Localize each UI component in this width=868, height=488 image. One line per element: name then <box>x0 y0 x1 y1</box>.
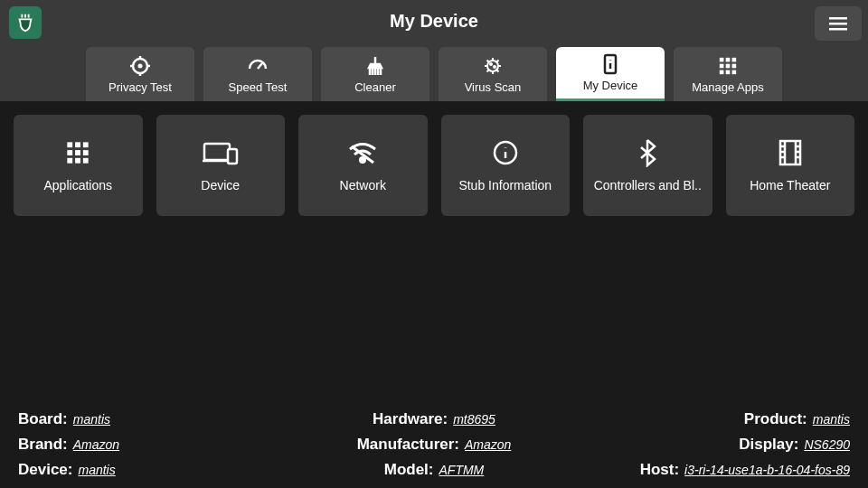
broom-icon <box>364 55 386 77</box>
hamburger-icon <box>829 15 847 32</box>
crosshair-icon <box>129 55 151 77</box>
tab-label: Cleaner <box>354 80 396 94</box>
info-device: Device:mantis <box>18 461 116 479</box>
grid-icon <box>65 138 90 167</box>
tab-privacy-test[interactable]: Privacy Test <box>86 47 194 101</box>
info-key: Board: <box>18 410 68 428</box>
page-title: My Device <box>390 11 478 32</box>
info-value: mantis <box>78 463 115 477</box>
svg-rect-21 <box>732 70 737 74</box>
info-key: Device: <box>18 461 72 479</box>
svg-point-7 <box>487 61 498 71</box>
info-value: i3-ri-14-use1a-b-16-04-fos-89 <box>684 463 850 477</box>
card-label: Controllers and Bl.. <box>594 178 702 192</box>
svg-rect-2 <box>829 28 847 31</box>
svg-rect-26 <box>75 150 80 155</box>
svg-point-8 <box>490 63 492 65</box>
app-logo <box>9 6 42 39</box>
svg-rect-33 <box>228 149 237 164</box>
info-value: Amazon <box>73 437 119 452</box>
svg-rect-27 <box>83 150 89 155</box>
svg-rect-17 <box>726 63 731 68</box>
svg-rect-24 <box>83 142 89 147</box>
tab-label: Virus Scan <box>465 80 522 94</box>
card-label: Applications <box>44 178 113 192</box>
info-key: Brand: <box>18 436 68 454</box>
info-key: Hardware: <box>373 410 448 428</box>
tab-label: Privacy Test <box>108 80 172 94</box>
svg-point-9 <box>494 66 495 68</box>
tab-speed-test[interactable]: Speed Test <box>203 47 312 101</box>
card-label: Home Theater <box>750 178 830 192</box>
info-host: Host:i3-ri-14-use1a-b-16-04-fos-89 <box>640 461 850 479</box>
info-hardware: Hardware:mt8695 <box>373 410 495 428</box>
info-product: Product:mantis <box>744 410 850 428</box>
info-value: Amazon <box>465 437 511 452</box>
info-value: NS6290 <box>804 437 850 452</box>
svg-rect-19 <box>720 70 724 74</box>
svg-rect-23 <box>75 142 80 147</box>
svg-point-34 <box>361 158 365 163</box>
info-value: AFTMM <box>439 463 485 477</box>
virus-icon <box>482 55 504 77</box>
device-info-grid: Board:mantis Hardware:mt8695 Product:man… <box>0 410 868 479</box>
info-manufacturer: Manufacturer:Amazon <box>357 436 512 454</box>
svg-rect-15 <box>732 57 737 61</box>
card-label: Network <box>340 178 386 192</box>
card-home-theater[interactable]: Home Theater <box>726 115 855 216</box>
info-display: Display:NS6290 <box>739 436 850 454</box>
svg-rect-14 <box>726 57 731 61</box>
info-key: Display: <box>739 436 798 454</box>
card-applications[interactable]: Applications <box>14 115 143 216</box>
svg-point-4 <box>138 63 143 68</box>
svg-rect-18 <box>732 63 737 68</box>
film-icon <box>778 138 802 167</box>
svg-rect-22 <box>68 142 73 147</box>
svg-rect-25 <box>68 150 73 155</box>
svg-rect-20 <box>726 70 731 74</box>
info-icon <box>492 138 519 167</box>
card-network[interactable]: Network <box>298 115 428 216</box>
menu-button[interactable] <box>815 6 862 41</box>
tab-label: My Device <box>583 79 638 92</box>
card-label: Stub Information <box>458 178 552 192</box>
wifi-icon <box>348 138 377 167</box>
info-value: mantis <box>73 412 110 427</box>
svg-rect-1 <box>829 23 847 25</box>
info-model: Model:AFTMM <box>384 461 485 479</box>
tab-label: Manage Apps <box>692 80 764 94</box>
info-brand: Brand:Amazon <box>18 436 119 454</box>
card-grid: Applications Device Network Stub Informa… <box>14 115 854 216</box>
tab-bar: Privacy Test Speed Test Cleaner Virus Sc… <box>86 47 782 101</box>
svg-rect-28 <box>68 158 73 164</box>
tab-virus-scan[interactable]: Virus Scan <box>439 47 547 101</box>
phone-info-icon <box>601 53 619 75</box>
card-controllers[interactable]: Controllers and Bl.. <box>583 115 712 216</box>
svg-rect-13 <box>720 57 724 61</box>
svg-rect-30 <box>83 158 89 164</box>
card-device[interactable]: Device <box>156 115 286 216</box>
bluetooth-icon <box>638 138 656 167</box>
info-value: mantis <box>813 412 850 427</box>
info-key: Host: <box>640 461 679 479</box>
svg-rect-31 <box>204 144 230 160</box>
card-stub-info[interactable]: Stub Information <box>441 115 571 216</box>
info-value: mt8695 <box>453 412 495 427</box>
tab-my-device[interactable]: My Device <box>556 47 665 101</box>
svg-line-5 <box>258 63 262 69</box>
tab-manage-apps[interactable]: Manage Apps <box>674 47 782 101</box>
svg-rect-0 <box>829 17 847 20</box>
card-label: Device <box>201 178 240 192</box>
info-key: Product: <box>744 410 807 428</box>
gauge-icon <box>247 55 269 77</box>
tab-cleaner[interactable]: Cleaner <box>321 47 429 101</box>
info-key: Manufacturer: <box>357 436 459 454</box>
devices-icon <box>203 138 239 167</box>
tab-label: Speed Test <box>229 80 288 94</box>
grid-icon <box>718 55 738 77</box>
svg-rect-16 <box>720 63 724 68</box>
info-key: Model: <box>384 461 434 479</box>
svg-rect-29 <box>75 158 80 164</box>
info-board: Board:mantis <box>18 410 110 428</box>
